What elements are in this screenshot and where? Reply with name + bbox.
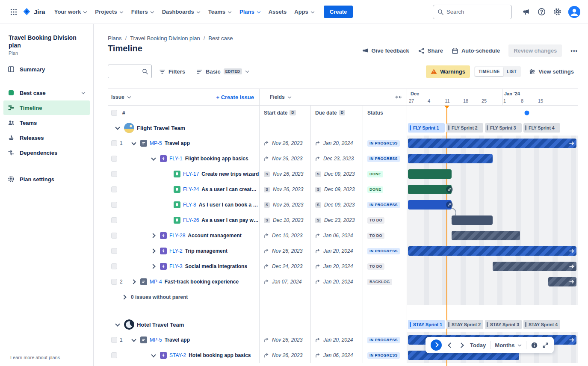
- expand-twisty[interactable]: [130, 336, 138, 344]
- row-checkbox[interactable]: [111, 263, 117, 269]
- status-badge[interactable]: BACKLOG: [367, 279, 392, 285]
- expand-twisty[interactable]: [150, 232, 157, 239]
- filters-button[interactable]: Filters: [155, 65, 189, 78]
- row-checkbox[interactable]: [111, 202, 117, 208]
- sprint-chip[interactable]: FLY Sprint 2: [446, 123, 483, 133]
- release-milestone-icon[interactable]: [525, 110, 529, 115]
- issue-key-link[interactable]: FLY-28: [169, 233, 185, 239]
- dependency-link-icon[interactable]: [446, 186, 453, 193]
- status-badge[interactable]: IN PROGRESS: [367, 140, 400, 147]
- timeline-bar[interactable]: [548, 277, 576, 286]
- status-badge[interactable]: TO DO: [367, 217, 384, 224]
- row-checkbox[interactable]: [111, 337, 117, 343]
- issue-key-link[interactable]: MP-4: [150, 279, 162, 285]
- row-checkbox[interactable]: [111, 217, 117, 223]
- row-checkbox[interactable]: [111, 352, 117, 358]
- timeline-bar[interactable]: [408, 154, 493, 163]
- row-checkbox[interactable]: [111, 156, 117, 162]
- nav-projects[interactable]: Projects: [91, 5, 127, 18]
- sprint-chip[interactable]: FLY Sprint 3: [485, 123, 522, 133]
- nav-apps[interactable]: Apps: [290, 5, 319, 18]
- breadcrumb-scenario[interactable]: Best case: [208, 35, 233, 41]
- expand-twisty[interactable]: [150, 263, 157, 270]
- help-icon[interactable]: [535, 5, 548, 18]
- sidebar-item-releases[interactable]: Releases: [3, 130, 90, 145]
- nav-assets[interactable]: Assets: [265, 5, 291, 18]
- info-button[interactable]: [531, 342, 538, 349]
- give-feedback-button[interactable]: Give feedback: [362, 47, 409, 54]
- search-input[interactable]: [446, 9, 522, 15]
- status-badge[interactable]: IN PROGRESS: [367, 248, 400, 254]
- share-button[interactable]: Share: [418, 47, 443, 54]
- issue-key-link[interactable]: FLY-8: [183, 202, 196, 208]
- status-badge[interactable]: IN PROGRESS: [367, 202, 400, 208]
- learn-more-link[interactable]: Learn more about plans: [10, 355, 60, 360]
- timeline-bar[interactable]: [408, 246, 576, 256]
- select-all-checkbox[interactable]: [111, 110, 117, 116]
- sprint-chip[interactable]: STAY Sprint 3: [485, 320, 522, 329]
- global-search[interactable]: [433, 5, 512, 19]
- sprint-chip[interactable]: STAY Sprint 1: [408, 320, 445, 329]
- segment-list[interactable]: LIST: [503, 67, 520, 76]
- sidebar-item-summary[interactable]: Summary: [3, 62, 90, 77]
- row-checkbox[interactable]: [111, 279, 117, 285]
- sidebar-item-dependencies[interactable]: Dependencies: [3, 145, 90, 160]
- view-settings-button[interactable]: View settings: [525, 65, 578, 78]
- create-button[interactable]: Create: [324, 6, 353, 18]
- nav-your-work[interactable]: Your work: [50, 5, 92, 18]
- collapse-fields-icon[interactable]: [395, 94, 402, 100]
- view-selector-button[interactable]: Basic EDITED: [192, 65, 253, 78]
- issue-key-link[interactable]: FLY-3: [169, 263, 183, 269]
- more-actions-button[interactable]: •••: [570, 47, 578, 54]
- issue-key-link[interactable]: MP-5: [150, 337, 162, 343]
- issue-key-link[interactable]: FLY-24: [183, 186, 199, 192]
- row-checkbox[interactable]: [111, 248, 117, 254]
- scenario-selector[interactable]: Best case: [3, 86, 90, 100]
- timeline-bar[interactable]: [452, 231, 520, 240]
- status-badge[interactable]: DONE: [367, 171, 383, 177]
- nav-plans[interactable]: Plans: [236, 5, 265, 18]
- warnings-button[interactable]: Warnings: [426, 65, 470, 78]
- timeline-bar[interactable]: [452, 215, 493, 225]
- sprint-chip[interactable]: STAY Sprint 2: [446, 320, 483, 329]
- issue-key-link[interactable]: FLY-1: [169, 156, 183, 162]
- timeline-search-input[interactable]: [112, 68, 142, 75]
- fullscreen-button[interactable]: [542, 342, 549, 348]
- timeline-bar[interactable]: [493, 262, 576, 271]
- status-badge[interactable]: TO DO: [367, 233, 384, 239]
- scroll-right-button[interactable]: [458, 341, 466, 349]
- dependency-link-icon[interactable]: [446, 201, 453, 208]
- timeline-bar[interactable]: [408, 169, 452, 179]
- status-badge[interactable]: DONE: [367, 186, 383, 193]
- segment-timeline[interactable]: TIMELINE: [475, 67, 503, 76]
- issue-key-link[interactable]: FLY-17: [183, 171, 199, 177]
- issue-key-link[interactable]: STAY-2: [169, 352, 186, 358]
- sprint-chip[interactable]: STAY Sprint 4: [523, 320, 560, 329]
- expand-twisty[interactable]: [130, 139, 138, 147]
- user-avatar[interactable]: [568, 6, 580, 18]
- sidebar-item-plan-settings[interactable]: Plan settings: [3, 172, 90, 186]
- expand-panel-button[interactable]: [431, 339, 442, 351]
- nav-filters[interactable]: Filters: [127, 5, 158, 18]
- expand-twisty[interactable]: [130, 278, 138, 286]
- collapse-team-twisty[interactable]: [114, 321, 121, 328]
- sidebar-item-teams[interactable]: Teams: [3, 115, 90, 130]
- app-switcher-icon[interactable]: [8, 6, 20, 18]
- status-badge[interactable]: IN PROGRESS: [367, 337, 400, 343]
- issue-key-link[interactable]: FLY-2: [169, 248, 183, 254]
- fields-column-header[interactable]: Fields: [270, 94, 292, 100]
- scroll-left-button[interactable]: [446, 341, 454, 349]
- breadcrumb-plans[interactable]: Plans: [108, 35, 128, 41]
- auto-schedule-button[interactable]: Auto-schedule: [452, 47, 500, 54]
- sidebar-item-timeline[interactable]: Timeline: [3, 100, 90, 115]
- expand-twisty[interactable]: [150, 247, 157, 255]
- row-checkbox[interactable]: [111, 186, 117, 192]
- settings-gear-icon[interactable]: [551, 5, 564, 18]
- breadcrumb-plan-name[interactable]: Travel Booking Division plan: [130, 35, 207, 41]
- issue-column-header[interactable]: Issue: [111, 94, 131, 100]
- jira-logo[interactable]: Jira: [21, 7, 50, 16]
- issue-key-link[interactable]: FLY-26: [183, 217, 199, 223]
- timeline-search[interactable]: [108, 65, 152, 78]
- notifications-icon[interactable]: [520, 6, 532, 18]
- nav-dashboards[interactable]: Dashboards: [158, 5, 204, 18]
